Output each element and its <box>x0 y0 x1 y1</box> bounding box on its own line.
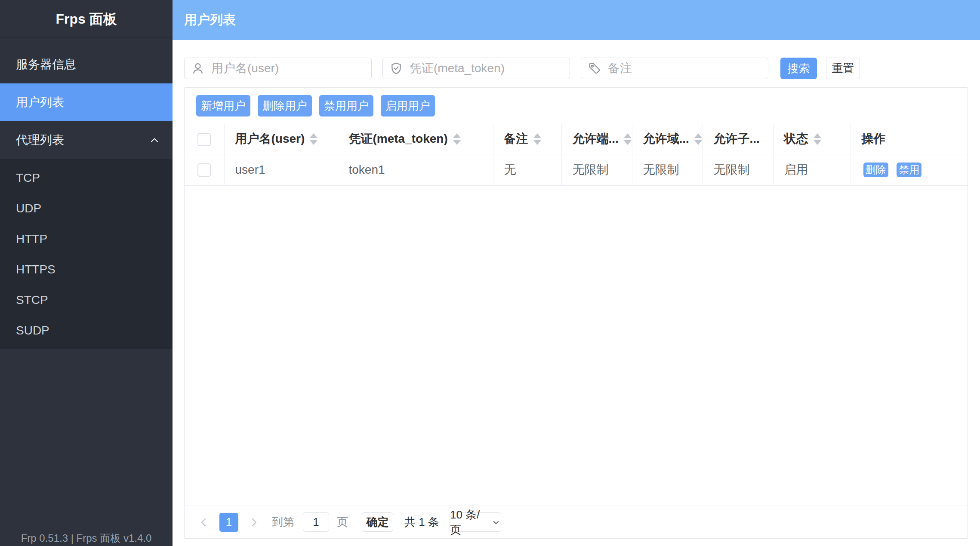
sidebar-subitem-sudp[interactable]: SUDP <box>0 315 173 346</box>
tag-icon <box>588 61 601 77</box>
filter-bar: 搜索 重置 <box>184 58 968 79</box>
cell-user: user1 <box>224 154 338 185</box>
column-header-allowed-domains[interactable]: 允许域... <box>632 124 703 154</box>
column-header-allowed-subdomains[interactable]: 允许子... <box>703 124 773 154</box>
sidebar-item-user-list[interactable]: 用户列表 <box>0 83 173 121</box>
total-count-label: 共 1 条 <box>404 515 439 530</box>
token-filter <box>382 58 570 79</box>
chevron-down-icon <box>491 518 501 527</box>
table-row: user1 token1 无 无限制 无限制 无限制 启用 删除 禁用 <box>185 154 968 185</box>
toolbar: 新增用户 删除用户 禁用用户 启用用户 <box>185 88 968 124</box>
confirm-page-button[interactable]: 确定 <box>362 512 393 532</box>
note-filter <box>581 58 768 79</box>
chevron-up-icon <box>148 121 160 159</box>
user-filter <box>184 58 372 79</box>
search-button[interactable]: 搜索 <box>780 58 817 79</box>
sidebar: Frps 面板 服务器信息 用户列表 代理列表 TCP UDP HTTP HTT… <box>0 0 173 546</box>
page-header: 用户列表 <box>173 0 980 40</box>
cell-status: 启用 <box>773 154 851 185</box>
user-icon <box>191 61 205 77</box>
goto-page-label: 到第 <box>272 515 294 530</box>
row-delete-button[interactable]: 删除 <box>863 163 888 177</box>
users-table-zone: 用户名(user) 凭证(meta_token) 备注 <box>185 124 968 506</box>
column-header-status[interactable]: 状态 <box>773 124 851 154</box>
page-size-value: 10 条/页 <box>450 507 488 537</box>
page-unit-label: 页 <box>337 515 348 530</box>
sidebar-subitem-tcp[interactable]: TCP <box>0 163 173 193</box>
page-size-select[interactable]: 10 条/页 <box>450 512 501 532</box>
sort-carets-icon[interactable] <box>624 133 632 145</box>
shield-check-icon <box>389 61 403 77</box>
page-title: 用户列表 <box>184 11 236 29</box>
user-list-card: 新增用户 删除用户 禁用用户 启用用户 用 <box>184 87 968 539</box>
row-disable-button[interactable]: 禁用 <box>897 163 921 177</box>
select-all-checkbox[interactable] <box>197 133 211 146</box>
cell-allowed-domains: 无限制 <box>632 154 703 185</box>
main-area: 用户列表 <box>173 0 980 546</box>
user-filter-input[interactable] <box>184 58 372 79</box>
note-filter-input[interactable] <box>581 58 768 79</box>
token-filter-input[interactable] <box>382 58 570 79</box>
sidebar-item-label: 代理列表 <box>16 133 64 147</box>
page-1-button[interactable]: 1 <box>219 513 238 532</box>
row-checkbox[interactable] <box>197 163 211 177</box>
prev-page-button[interactable] <box>196 513 212 532</box>
sort-carets-icon[interactable] <box>814 133 821 145</box>
column-header-note[interactable]: 备注 <box>493 124 561 154</box>
column-header-token[interactable]: 凭证(meta_token) <box>338 124 493 154</box>
sort-carets-icon[interactable] <box>310 133 317 145</box>
add-user-button[interactable]: 新增用户 <box>196 95 250 117</box>
delete-user-button[interactable]: 删除用户 <box>258 95 312 117</box>
cell-actions: 删除 禁用 <box>851 154 968 185</box>
users-table: 用户名(user) 凭证(meta_token) 备注 <box>185 124 968 186</box>
pagination: 1 到第 页 确定 共 1 条 10 条/页 <box>185 506 968 538</box>
sort-carets-icon[interactable] <box>533 133 541 145</box>
sidebar-item-server-info[interactable]: 服务器信息 <box>0 46 173 83</box>
sidebar-subitem-https[interactable]: HTTPS <box>0 254 173 285</box>
table-header-row: 用户名(user) 凭证(meta_token) 备注 <box>185 124 968 154</box>
cell-note: 无 <box>493 154 561 185</box>
sidebar-subitem-stcp[interactable]: STCP <box>0 285 173 315</box>
sidebar-subitem-http[interactable]: HTTP <box>0 224 173 254</box>
cell-allowed-subdomains: 无限制 <box>703 154 773 185</box>
sort-carets-icon[interactable] <box>694 133 702 145</box>
cell-allowed-ports: 无限制 <box>561 154 632 185</box>
sort-carets-icon[interactable] <box>453 133 461 145</box>
sidebar-footer-version: Frp 0.51.3 | Frps 面板 v1.4.0 <box>0 531 173 545</box>
cell-token: token1 <box>338 154 493 185</box>
enable-user-button[interactable]: 启用用户 <box>381 95 435 117</box>
column-header-allowed-ports[interactable]: 允许端... <box>561 124 632 154</box>
reset-button[interactable]: 重置 <box>826 58 860 79</box>
sidebar-subitem-udp[interactable]: UDP <box>0 193 173 224</box>
sidebar-item-label: 用户列表 <box>16 95 64 109</box>
sidebar-item-label: 服务器信息 <box>16 58 76 71</box>
column-header-actions: 操作 <box>851 124 968 154</box>
page-number-input[interactable] <box>303 512 329 532</box>
sidebar-menu: 服务器信息 用户列表 代理列表 TCP UDP HTTP HTTPS STCP … <box>0 38 173 349</box>
sidebar-item-proxy-list[interactable]: 代理列表 <box>0 121 173 159</box>
content: 搜索 重置 新增用户 删除用户 禁用用户 启用用户 <box>173 58 980 539</box>
disable-user-button[interactable]: 禁用用户 <box>319 95 373 117</box>
app-title: Frps 面板 <box>0 0 173 38</box>
column-header-user[interactable]: 用户名(user) <box>224 124 338 154</box>
next-page-button[interactable] <box>246 513 262 532</box>
sidebar-submenu: TCP UDP HTTP HTTPS STCP SUDP <box>0 159 173 349</box>
